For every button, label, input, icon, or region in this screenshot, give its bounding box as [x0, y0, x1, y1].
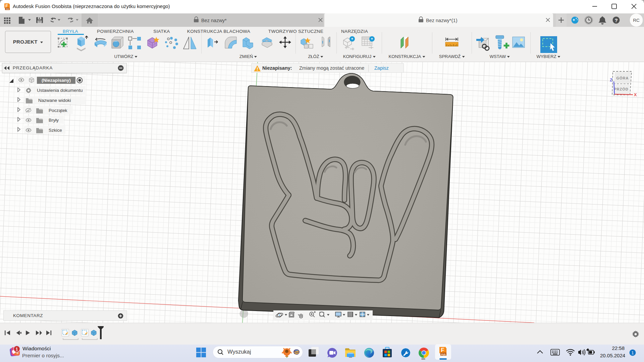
- svg-text:?: ?: [614, 17, 618, 23]
- svg-text:X: X: [634, 92, 637, 97]
- svg-text:1: 1: [632, 351, 634, 355]
- svg-text:FUS: FUS: [6, 8, 9, 10]
- svg-text:Bez nazwy*: Bez nazwy*: [201, 18, 227, 23]
- svg-text:FUS: FUS: [441, 353, 446, 356]
- svg-text:Bez nazwy*(1): Bez nazwy*(1): [426, 18, 457, 23]
- svg-text:1: 1: [16, 347, 18, 352]
- svg-text:GÓRA: GÓRA: [616, 76, 629, 80]
- svg-text:RC: RC: [633, 18, 640, 23]
- svg-text:F: F: [441, 347, 444, 353]
- svg-text:Z: Z: [610, 77, 612, 82]
- svg-text:PRZÓD: PRZÓD: [614, 87, 629, 91]
- svg-text:F: F: [5, 4, 8, 8]
